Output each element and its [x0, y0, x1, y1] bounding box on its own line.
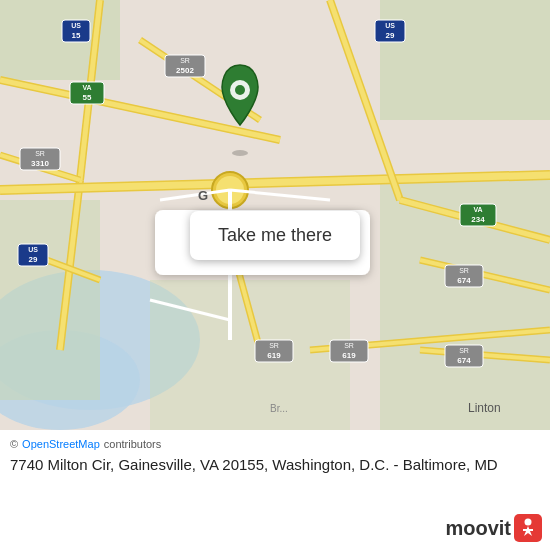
svg-text:29: 29 — [386, 31, 395, 40]
svg-text:SR: SR — [344, 342, 354, 349]
copyright-symbol: © — [10, 438, 18, 450]
svg-rect-6 — [0, 200, 100, 400]
svg-text:619: 619 — [342, 351, 356, 360]
svg-point-77 — [232, 150, 248, 156]
svg-text:SR: SR — [35, 150, 45, 157]
moovit-logo: moovit — [445, 514, 542, 542]
svg-text:Br...: Br... — [270, 403, 288, 414]
svg-text:SR: SR — [459, 267, 469, 274]
svg-text:SR: SR — [180, 57, 190, 64]
svg-text:3310: 3310 — [31, 159, 49, 168]
svg-text:VA: VA — [82, 84, 91, 91]
svg-text:674: 674 — [457, 356, 471, 365]
svg-text:234: 234 — [471, 215, 485, 224]
contributors-label: contributors — [104, 438, 161, 450]
svg-point-79 — [235, 85, 245, 95]
svg-point-82 — [525, 519, 532, 526]
svg-text:29: 29 — [29, 255, 38, 264]
svg-text:Linton: Linton — [468, 401, 501, 415]
moovit-wordmark: moovit — [445, 517, 511, 540]
footer: © OpenStreetMap contributors 7740 Milton… — [0, 430, 550, 550]
take-me-there-button[interactable]: Take me there — [190, 211, 360, 260]
svg-rect-4 — [380, 0, 550, 120]
osm-link[interactable]: OpenStreetMap — [22, 438, 100, 450]
svg-text:SR: SR — [459, 347, 469, 354]
svg-text:US: US — [385, 22, 395, 29]
map-container: US 15 VA 55 SR 2502 SR 3310 US 29 VA 234… — [0, 0, 550, 430]
svg-text:G: G — [198, 188, 208, 203]
svg-text:674: 674 — [457, 276, 471, 285]
svg-text:US: US — [28, 246, 38, 253]
svg-text:2502: 2502 — [176, 66, 194, 75]
svg-text:55: 55 — [83, 93, 92, 102]
moovit-icon — [514, 514, 542, 542]
svg-text:619: 619 — [267, 351, 281, 360]
svg-text:US: US — [71, 22, 81, 29]
copyright-row: © OpenStreetMap contributors — [10, 438, 540, 450]
svg-text:15: 15 — [72, 31, 81, 40]
svg-text:VA: VA — [473, 206, 482, 213]
svg-text:SR: SR — [269, 342, 279, 349]
